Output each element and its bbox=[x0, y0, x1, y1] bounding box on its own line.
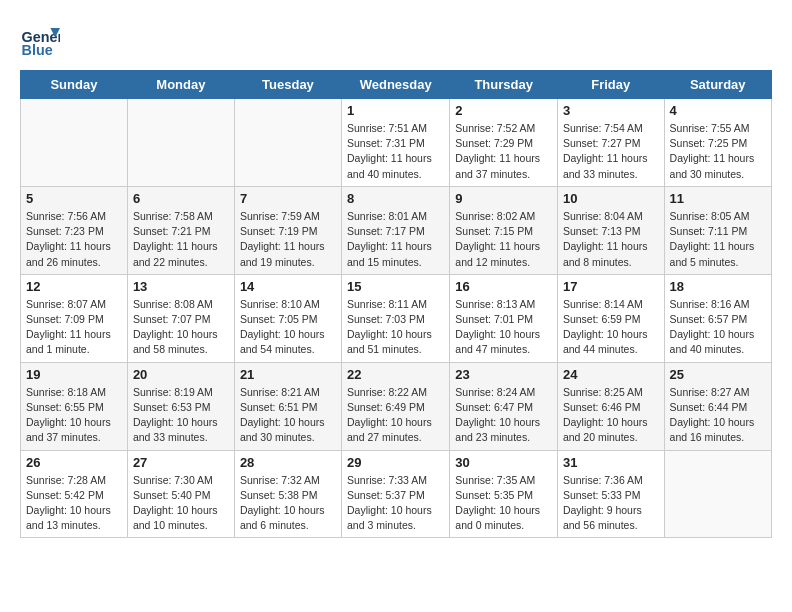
day-number: 23 bbox=[455, 367, 552, 382]
day-number: 10 bbox=[563, 191, 659, 206]
calendar-cell bbox=[21, 99, 128, 187]
day-info: Sunrise: 7:28 AM Sunset: 5:42 PM Dayligh… bbox=[26, 473, 122, 534]
calendar-cell: 26Sunrise: 7:28 AM Sunset: 5:42 PM Dayli… bbox=[21, 450, 128, 538]
calendar-cell: 8Sunrise: 8:01 AM Sunset: 7:17 PM Daylig… bbox=[342, 186, 450, 274]
day-number: 16 bbox=[455, 279, 552, 294]
svg-text:Blue: Blue bbox=[22, 42, 53, 58]
day-number: 18 bbox=[670, 279, 766, 294]
day-info: Sunrise: 8:08 AM Sunset: 7:07 PM Dayligh… bbox=[133, 297, 229, 358]
day-info: Sunrise: 8:01 AM Sunset: 7:17 PM Dayligh… bbox=[347, 209, 444, 270]
weekday-header: Monday bbox=[127, 71, 234, 99]
day-number: 28 bbox=[240, 455, 336, 470]
day-info: Sunrise: 7:36 AM Sunset: 5:33 PM Dayligh… bbox=[563, 473, 659, 534]
day-info: Sunrise: 8:02 AM Sunset: 7:15 PM Dayligh… bbox=[455, 209, 552, 270]
day-number: 12 bbox=[26, 279, 122, 294]
day-info: Sunrise: 8:19 AM Sunset: 6:53 PM Dayligh… bbox=[133, 385, 229, 446]
calendar-cell: 11Sunrise: 8:05 AM Sunset: 7:11 PM Dayli… bbox=[664, 186, 771, 274]
day-info: Sunrise: 7:55 AM Sunset: 7:25 PM Dayligh… bbox=[670, 121, 766, 182]
calendar-week-row: 19Sunrise: 8:18 AM Sunset: 6:55 PM Dayli… bbox=[21, 362, 772, 450]
day-info: Sunrise: 8:22 AM Sunset: 6:49 PM Dayligh… bbox=[347, 385, 444, 446]
calendar-cell: 3Sunrise: 7:54 AM Sunset: 7:27 PM Daylig… bbox=[557, 99, 664, 187]
weekday-header: Thursday bbox=[450, 71, 558, 99]
calendar-cell: 27Sunrise: 7:30 AM Sunset: 5:40 PM Dayli… bbox=[127, 450, 234, 538]
calendar-cell: 22Sunrise: 8:22 AM Sunset: 6:49 PM Dayli… bbox=[342, 362, 450, 450]
day-number: 21 bbox=[240, 367, 336, 382]
day-number: 29 bbox=[347, 455, 444, 470]
day-number: 7 bbox=[240, 191, 336, 206]
calendar-cell: 14Sunrise: 8:10 AM Sunset: 7:05 PM Dayli… bbox=[234, 274, 341, 362]
day-number: 19 bbox=[26, 367, 122, 382]
day-number: 25 bbox=[670, 367, 766, 382]
day-number: 2 bbox=[455, 103, 552, 118]
day-info: Sunrise: 8:13 AM Sunset: 7:01 PM Dayligh… bbox=[455, 297, 552, 358]
calendar-week-row: 26Sunrise: 7:28 AM Sunset: 5:42 PM Dayli… bbox=[21, 450, 772, 538]
weekday-header: Sunday bbox=[21, 71, 128, 99]
day-info: Sunrise: 8:16 AM Sunset: 6:57 PM Dayligh… bbox=[670, 297, 766, 358]
day-info: Sunrise: 8:11 AM Sunset: 7:03 PM Dayligh… bbox=[347, 297, 444, 358]
calendar-week-row: 12Sunrise: 8:07 AM Sunset: 7:09 PM Dayli… bbox=[21, 274, 772, 362]
day-info: Sunrise: 8:25 AM Sunset: 6:46 PM Dayligh… bbox=[563, 385, 659, 446]
calendar-cell bbox=[127, 99, 234, 187]
day-number: 1 bbox=[347, 103, 444, 118]
calendar-cell: 16Sunrise: 8:13 AM Sunset: 7:01 PM Dayli… bbox=[450, 274, 558, 362]
calendar-cell: 21Sunrise: 8:21 AM Sunset: 6:51 PM Dayli… bbox=[234, 362, 341, 450]
day-number: 24 bbox=[563, 367, 659, 382]
day-info: Sunrise: 8:14 AM Sunset: 6:59 PM Dayligh… bbox=[563, 297, 659, 358]
day-number: 11 bbox=[670, 191, 766, 206]
day-number: 17 bbox=[563, 279, 659, 294]
day-info: Sunrise: 7:32 AM Sunset: 5:38 PM Dayligh… bbox=[240, 473, 336, 534]
calendar-cell: 15Sunrise: 8:11 AM Sunset: 7:03 PM Dayli… bbox=[342, 274, 450, 362]
calendar-cell: 29Sunrise: 7:33 AM Sunset: 5:37 PM Dayli… bbox=[342, 450, 450, 538]
day-info: Sunrise: 8:07 AM Sunset: 7:09 PM Dayligh… bbox=[26, 297, 122, 358]
calendar-cell: 28Sunrise: 7:32 AM Sunset: 5:38 PM Dayli… bbox=[234, 450, 341, 538]
calendar-cell: 20Sunrise: 8:19 AM Sunset: 6:53 PM Dayli… bbox=[127, 362, 234, 450]
calendar-cell bbox=[234, 99, 341, 187]
day-info: Sunrise: 8:18 AM Sunset: 6:55 PM Dayligh… bbox=[26, 385, 122, 446]
day-number: 4 bbox=[670, 103, 766, 118]
calendar-cell: 31Sunrise: 7:36 AM Sunset: 5:33 PM Dayli… bbox=[557, 450, 664, 538]
day-number: 13 bbox=[133, 279, 229, 294]
day-number: 20 bbox=[133, 367, 229, 382]
calendar-cell: 7Sunrise: 7:59 AM Sunset: 7:19 PM Daylig… bbox=[234, 186, 341, 274]
day-number: 27 bbox=[133, 455, 229, 470]
calendar-cell: 17Sunrise: 8:14 AM Sunset: 6:59 PM Dayli… bbox=[557, 274, 664, 362]
calendar-cell: 12Sunrise: 8:07 AM Sunset: 7:09 PM Dayli… bbox=[21, 274, 128, 362]
day-number: 6 bbox=[133, 191, 229, 206]
day-info: Sunrise: 8:10 AM Sunset: 7:05 PM Dayligh… bbox=[240, 297, 336, 358]
day-info: Sunrise: 7:52 AM Sunset: 7:29 PM Dayligh… bbox=[455, 121, 552, 182]
day-number: 15 bbox=[347, 279, 444, 294]
day-info: Sunrise: 7:51 AM Sunset: 7:31 PM Dayligh… bbox=[347, 121, 444, 182]
day-number: 22 bbox=[347, 367, 444, 382]
logo-icon: General Blue bbox=[20, 20, 60, 60]
calendar-cell: 13Sunrise: 8:08 AM Sunset: 7:07 PM Dayli… bbox=[127, 274, 234, 362]
day-info: Sunrise: 7:33 AM Sunset: 5:37 PM Dayligh… bbox=[347, 473, 444, 534]
calendar-cell: 5Sunrise: 7:56 AM Sunset: 7:23 PM Daylig… bbox=[21, 186, 128, 274]
day-number: 5 bbox=[26, 191, 122, 206]
calendar-cell: 19Sunrise: 8:18 AM Sunset: 6:55 PM Dayli… bbox=[21, 362, 128, 450]
day-info: Sunrise: 8:04 AM Sunset: 7:13 PM Dayligh… bbox=[563, 209, 659, 270]
calendar-cell: 1Sunrise: 7:51 AM Sunset: 7:31 PM Daylig… bbox=[342, 99, 450, 187]
calendar-week-row: 5Sunrise: 7:56 AM Sunset: 7:23 PM Daylig… bbox=[21, 186, 772, 274]
calendar-cell: 18Sunrise: 8:16 AM Sunset: 6:57 PM Dayli… bbox=[664, 274, 771, 362]
weekday-header: Tuesday bbox=[234, 71, 341, 99]
day-number: 14 bbox=[240, 279, 336, 294]
day-info: Sunrise: 8:21 AM Sunset: 6:51 PM Dayligh… bbox=[240, 385, 336, 446]
calendar-header: SundayMondayTuesdayWednesdayThursdayFrid… bbox=[21, 71, 772, 99]
logo: General Blue bbox=[20, 20, 64, 60]
calendar-cell: 6Sunrise: 7:58 AM Sunset: 7:21 PM Daylig… bbox=[127, 186, 234, 274]
calendar-cell: 25Sunrise: 8:27 AM Sunset: 6:44 PM Dayli… bbox=[664, 362, 771, 450]
day-info: Sunrise: 7:59 AM Sunset: 7:19 PM Dayligh… bbox=[240, 209, 336, 270]
calendar-table: SundayMondayTuesdayWednesdayThursdayFrid… bbox=[20, 70, 772, 538]
weekday-header: Wednesday bbox=[342, 71, 450, 99]
calendar-cell: 30Sunrise: 7:35 AM Sunset: 5:35 PM Dayli… bbox=[450, 450, 558, 538]
calendar-cell: 23Sunrise: 8:24 AM Sunset: 6:47 PM Dayli… bbox=[450, 362, 558, 450]
day-info: Sunrise: 7:35 AM Sunset: 5:35 PM Dayligh… bbox=[455, 473, 552, 534]
day-number: 9 bbox=[455, 191, 552, 206]
day-number: 31 bbox=[563, 455, 659, 470]
day-number: 3 bbox=[563, 103, 659, 118]
calendar-cell: 9Sunrise: 8:02 AM Sunset: 7:15 PM Daylig… bbox=[450, 186, 558, 274]
day-info: Sunrise: 7:30 AM Sunset: 5:40 PM Dayligh… bbox=[133, 473, 229, 534]
calendar-cell: 4Sunrise: 7:55 AM Sunset: 7:25 PM Daylig… bbox=[664, 99, 771, 187]
day-info: Sunrise: 8:24 AM Sunset: 6:47 PM Dayligh… bbox=[455, 385, 552, 446]
day-info: Sunrise: 7:58 AM Sunset: 7:21 PM Dayligh… bbox=[133, 209, 229, 270]
